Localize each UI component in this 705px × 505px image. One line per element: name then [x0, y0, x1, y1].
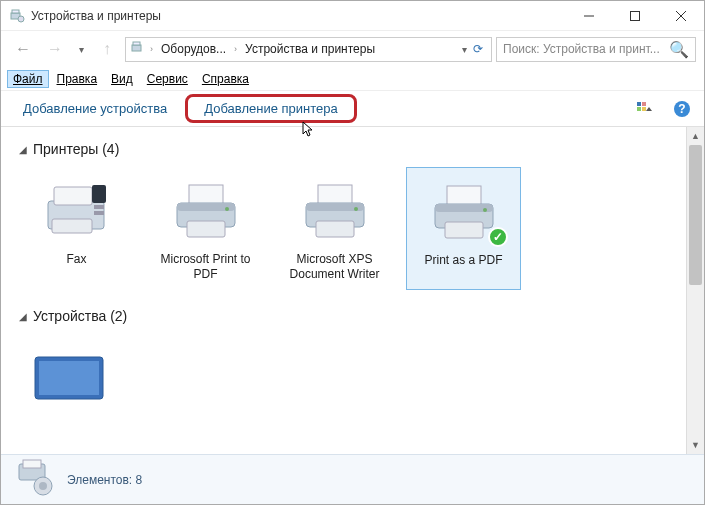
items-pane[interactable]: ◢ Принтеры (4) Fax Microsoft Print to PD…: [1, 127, 686, 454]
view-options-button[interactable]: [636, 99, 656, 119]
svg-rect-17: [92, 185, 106, 203]
menu-file[interactable]: Файл: [7, 70, 49, 88]
group-printers-label: Принтеры (4): [33, 141, 119, 157]
svg-point-30: [354, 207, 358, 211]
location-icon: [130, 40, 146, 59]
search-icon: 🔍: [669, 40, 689, 59]
svg-rect-7: [132, 45, 141, 51]
svg-rect-8: [133, 42, 140, 45]
menu-help[interactable]: Справка: [196, 70, 255, 88]
svg-rect-4: [631, 11, 640, 20]
svg-point-2: [18, 16, 24, 22]
address-field[interactable]: › Оборудов... › Устройства и принтеры ▾ …: [125, 37, 492, 62]
refresh-button[interactable]: ⟳: [469, 42, 487, 56]
window-title: Устройства и принтеры: [31, 9, 566, 23]
svg-rect-29: [316, 221, 354, 237]
scroll-track[interactable]: [687, 145, 704, 436]
chevron-down-icon: ◢: [19, 144, 27, 155]
svg-rect-24: [187, 221, 225, 237]
toolbar: Добавление устройства Добавление принтер…: [1, 91, 704, 127]
devices-icon: [9, 8, 25, 24]
svg-text:?: ?: [678, 102, 685, 116]
window-controls: [566, 1, 704, 31]
forward-button[interactable]: →: [41, 35, 69, 63]
printer-icon: [281, 173, 388, 248]
add-device-button[interactable]: Добавление устройства: [13, 97, 177, 120]
svg-rect-39: [23, 460, 41, 468]
help-button[interactable]: ?: [672, 99, 692, 119]
device-xps-writer[interactable]: Microsoft XPS Document Writer: [277, 167, 392, 290]
add-printer-button[interactable]: Добавление принтера: [185, 94, 356, 123]
status-icon: [13, 458, 55, 501]
printer-default-icon: ✓: [411, 174, 516, 249]
cursor-icon: [302, 121, 316, 142]
history-dropdown[interactable]: ▾: [73, 35, 89, 63]
content-area: ◢ Принтеры (4) Fax Microsoft Print to PD…: [1, 127, 704, 454]
address-bar: ← → ▾ ↑ › Оборудов... › Устройства и при…: [1, 31, 704, 67]
device-print-as-pdf[interactable]: ✓ Print as a PDF: [406, 167, 521, 290]
titlebar: Устройства и принтеры: [1, 1, 704, 31]
device-monitor[interactable]: [19, 334, 119, 421]
svg-rect-26: [318, 185, 352, 205]
search-placeholder: Поиск: Устройства и принт...: [503, 42, 665, 56]
scroll-thumb[interactable]: [689, 145, 702, 285]
menu-view[interactable]: Вид: [105, 70, 139, 88]
back-button[interactable]: ←: [9, 35, 37, 63]
default-check-icon: ✓: [488, 227, 508, 247]
svg-rect-1: [12, 10, 19, 13]
group-devices-header[interactable]: ◢ Устройства (2): [19, 308, 668, 324]
group-devices-label: Устройства (2): [33, 308, 127, 324]
svg-rect-12: [642, 107, 646, 111]
chevron-right-icon: ›: [150, 44, 153, 54]
status-bar: Элементов: 8: [1, 454, 704, 504]
breadcrumb-2[interactable]: Устройства и принтеры: [241, 42, 379, 56]
device-label: Fax: [23, 252, 130, 282]
status-count: Элементов: 8: [67, 473, 142, 487]
svg-point-35: [483, 208, 487, 212]
chevron-right-icon: ›: [234, 44, 237, 54]
svg-rect-9: [637, 102, 641, 106]
printer-icon: [152, 173, 259, 248]
maximize-button[interactable]: [612, 1, 658, 31]
monitor-icon: [23, 340, 115, 415]
breadcrumb-dropdown[interactable]: ▾: [462, 44, 467, 55]
close-button[interactable]: [658, 1, 704, 31]
printers-row: Fax Microsoft Print to PDF Microsoft XPS…: [19, 167, 668, 290]
devices-row: [19, 334, 668, 421]
menu-edit[interactable]: Правка: [51, 70, 104, 88]
fax-icon: [23, 173, 130, 248]
svg-rect-21: [189, 185, 223, 205]
scroll-up-button[interactable]: ▲: [687, 127, 704, 145]
svg-rect-37: [39, 361, 99, 395]
device-label: Microsoft XPS Document Writer: [281, 252, 388, 282]
menu-bar: Файл Правка Вид Сервис Справка: [1, 67, 704, 91]
search-input[interactable]: Поиск: Устройства и принт... 🔍: [496, 37, 696, 62]
group-printers-header[interactable]: ◢ Принтеры (4): [19, 141, 668, 157]
breadcrumb-1[interactable]: Оборудов...: [157, 42, 230, 56]
vertical-scrollbar[interactable]: ▲ ▼: [686, 127, 704, 454]
up-button[interactable]: ↑: [93, 35, 121, 63]
device-label: Microsoft Print to PDF: [152, 252, 259, 282]
svg-point-41: [39, 482, 47, 490]
svg-point-25: [225, 207, 229, 211]
svg-rect-34: [445, 222, 483, 238]
chevron-down-icon: ◢: [19, 311, 27, 322]
menu-tools[interactable]: Сервис: [141, 70, 194, 88]
device-label: Print as a PDF: [411, 253, 516, 283]
svg-rect-11: [637, 107, 641, 111]
svg-rect-20: [94, 211, 104, 215]
svg-rect-16: [54, 187, 92, 205]
svg-rect-31: [447, 186, 481, 206]
svg-rect-18: [52, 219, 92, 233]
minimize-button[interactable]: [566, 1, 612, 31]
svg-rect-19: [94, 205, 104, 209]
device-fax[interactable]: Fax: [19, 167, 134, 290]
device-ms-print-pdf[interactable]: Microsoft Print to PDF: [148, 167, 263, 290]
scroll-down-button[interactable]: ▼: [687, 436, 704, 454]
svg-rect-10: [642, 102, 646, 106]
add-printer-label: Добавление принтера: [204, 101, 337, 116]
